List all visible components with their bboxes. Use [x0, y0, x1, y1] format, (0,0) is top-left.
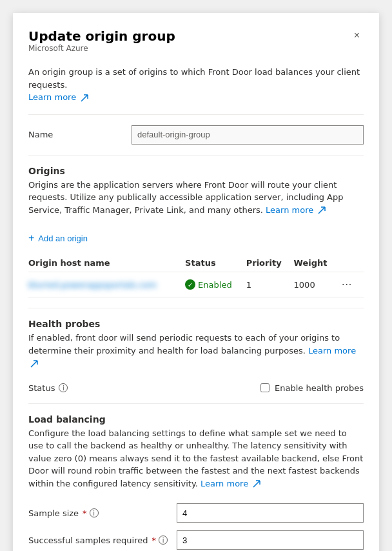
- intro-learn-more-link[interactable]: Learn more: [28, 92, 88, 102]
- origin-host-link[interactable]: blurred.powerappsportals.com: [28, 280, 157, 290]
- health-probes-description: If enabled, front door will send periodi…: [28, 332, 364, 370]
- close-button[interactable]: ×: [350, 28, 364, 43]
- enable-health-probes-row: Enable health probes: [260, 383, 364, 393]
- sample-size-label: Sample size * i: [28, 508, 177, 518]
- col-header-actions: [339, 254, 364, 272]
- origins-external-link-icon: [318, 206, 326, 214]
- load-balancing-section: Load balancing Configure the load balanc…: [28, 414, 364, 552]
- status-label: Status: [28, 383, 55, 393]
- origins-table: Origin host name Status Priority Weight …: [28, 254, 364, 297]
- panel: Update origin group Microsoft Azure × An…: [13, 13, 379, 551]
- origin-status-cell: ✓ Enabled: [185, 272, 246, 297]
- sample-size-required: *: [83, 508, 87, 518]
- sample-size-info-icon[interactable]: i: [90, 508, 99, 517]
- successful-info-icon[interactable]: i: [159, 536, 168, 545]
- intro-description: An origin group is a set of origins to w…: [28, 66, 364, 104]
- page-title: Update origin group: [28, 28, 175, 44]
- enable-health-probes-checkbox[interactable]: [260, 383, 270, 392]
- panel-subtitle: Microsoft Azure: [28, 44, 175, 53]
- status-enabled: ✓ Enabled: [185, 279, 241, 290]
- origins-learn-more-link[interactable]: Learn more: [266, 205, 326, 215]
- status-row: Status i Enable health probes: [28, 383, 364, 393]
- origin-priority-cell: 1: [246, 272, 294, 297]
- load-balancing-learn-more-link[interactable]: Learn more: [201, 479, 260, 488]
- name-input[interactable]: [132, 125, 364, 145]
- load-balancing-description: Configure the load balancing settings to…: [28, 427, 364, 490]
- health-external-link-icon: [30, 360, 38, 368]
- sample-size-input[interactable]: [177, 503, 364, 523]
- plus-icon: +: [28, 232, 34, 244]
- health-probes-section: Health probes If enabled, front door wil…: [28, 319, 364, 393]
- successful-samples-label: Successful samples required * i: [28, 536, 177, 545]
- col-header-weight: Weight: [294, 254, 339, 272]
- origin-host-name-blurred: blurred.powerappsportals.com: [28, 280, 157, 290]
- col-header-priority: Priority: [246, 254, 294, 272]
- panel-title-area: Update origin group Microsoft Azure: [28, 28, 175, 63]
- name-label: Name: [28, 130, 132, 139]
- sample-size-row: Sample size * i: [28, 503, 364, 523]
- col-header-host: Origin host name: [28, 254, 185, 272]
- origin-weight-cell: 1000: [294, 272, 339, 297]
- origins-description: Origins are the application servers wher…: [28, 179, 364, 217]
- successful-required: *: [152, 536, 157, 545]
- successful-samples-row: Successful samples required * i: [28, 530, 364, 550]
- origins-section: Origins Origins are the application serv…: [28, 166, 364, 298]
- row-more-button[interactable]: ···: [339, 277, 355, 292]
- table-row: blurred.powerappsportals.com ✓ Enabled 1…: [28, 272, 364, 297]
- origin-actions-cell: ···: [339, 272, 364, 297]
- lb-external-link-icon: [253, 480, 260, 488]
- load-balancing-title: Load balancing: [28, 414, 364, 425]
- successful-samples-input[interactable]: [177, 530, 364, 550]
- external-link-icon: [81, 94, 88, 102]
- status-info-icon[interactable]: i: [59, 383, 68, 392]
- health-probes-title: Health probes: [28, 319, 364, 329]
- col-header-status: Status: [185, 254, 246, 272]
- enable-health-probes-label: Enable health probes: [275, 383, 364, 393]
- check-circle-icon: ✓: [185, 279, 195, 290]
- add-origin-button[interactable]: + Add an origin: [28, 230, 88, 246]
- origins-section-title: Origins: [28, 166, 364, 176]
- panel-header: Update origin group Microsoft Azure ×: [28, 28, 364, 63]
- origin-host-cell: blurred.powerappsportals.com: [28, 272, 185, 297]
- name-field-row: Name: [28, 125, 364, 145]
